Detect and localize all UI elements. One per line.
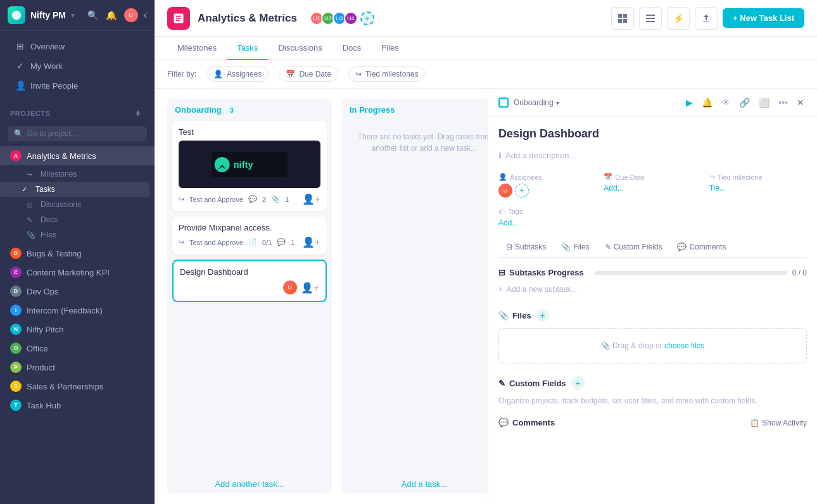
card-assign-design-dashboard[interactable]: 👤+ [301,282,319,294]
filter-bar: Filter by: 👤 Assignees 📅 Due Date ↪ Tied… [155,60,817,89]
file-drop-zone[interactable]: 📎 Drag & drop or choose files [498,328,807,363]
add-subtask-button[interactable]: + Add a new subtask... [498,282,807,296]
project-name-product: Product [27,363,55,372]
card-assign-test[interactable]: 👤+ [302,193,320,205]
filter-tied-milestones[interactable]: ↪ Tied milestones [348,66,426,82]
bell-icon[interactable]: 🔔 [104,8,118,22]
svg-rect-1 [623,14,627,18]
task-list-badge[interactable]: Onboarding ▾ [514,98,559,107]
assignees-filter-label: Assignees [227,70,262,79]
member-avatars: U1 U2 U3 U4 + [307,11,374,25]
copy-button[interactable]: ⬜ [756,95,772,110]
add-task-button-in-progress[interactable]: Add a task... [342,474,488,494]
search-icon[interactable]: 🔍 [86,8,100,22]
detail-tab-custom-fields[interactable]: ✎ Custom Fields [597,237,670,258]
lightning-button[interactable]: ⚡ [667,7,690,30]
card-assign-mixpanel[interactable]: 👤+ [302,236,320,248]
bell-button[interactable]: 🔔 [699,95,715,110]
svg-text:nifty: nifty [234,160,254,170]
tab-docs[interactable]: Docs [332,37,372,60]
add-files-button[interactable]: + [536,309,549,322]
project-item-analytics[interactable]: A Analytics & Metrics [0,146,155,165]
new-task-list-button[interactable]: + New Task List [723,8,804,28]
main-content: Analytics & Metrics U1 U2 U3 U4 + [155,0,817,504]
project-search[interactable]: 🔍 Go to project... [8,126,147,141]
svg-point-8 [215,157,230,172]
sidebar-item-tasks[interactable]: ✓ Tasks [0,182,149,197]
tied-milestone-icon: ↪ [709,173,715,181]
add-description-button[interactable]: ℹ Add a description... [498,148,807,163]
add-description-label: Add a description... [505,151,576,160]
choose-files-link[interactable]: choose files [664,341,704,350]
topbar-left: Analytics & Metrics U1 U2 U3 U4 + [167,7,374,30]
sidebar-item-files[interactable]: 📎 Files [0,227,155,243]
project-item-product[interactable]: P Product [0,358,155,377]
detail-tab-comments[interactable]: 💬 Comments [669,237,733,258]
add-assignee-button[interactable]: + [515,184,529,198]
project-item-devops[interactable]: D Dev Ops [0,282,155,301]
show-activity-button[interactable]: 📋 Show Activity [750,419,807,427]
app-caret[interactable]: ▾ [71,11,75,20]
app-logo: Nifty PM ▾ [8,6,75,24]
custom-fields-section: ✎ Custom Fields + Organize projects, tra… [498,376,807,405]
eye-button[interactable]: 👁 [719,95,733,110]
tab-discussions[interactable]: Discussions [268,37,332,60]
add-task-button-onboarding[interactable]: Add another task... [167,474,332,494]
tab-files[interactable]: Files [371,37,408,60]
tags-add-button[interactable]: Add... [498,218,518,227]
play-button[interactable]: ▶ [683,95,695,110]
project-item-task-hub[interactable]: T Task Hub [0,396,155,415]
link-button[interactable]: 🔗 [737,95,752,110]
close-detail-button[interactable]: ✕ [794,95,807,110]
sidebar-item-discussions[interactable]: ◎ Discussions [0,197,155,212]
task-meta-mixpanel: ↪ Test and Approve 📄 0/1 💬 1 [179,238,294,246]
custom-fields-tab-label: Custom Fields [614,243,662,251]
column-in-progress: In Progress There are no tasks yet. Drag… [342,99,488,494]
task-card-mixpanel[interactable]: Provide Mixpanel access. ↪ Test and Appr… [172,217,327,255]
detail-tab-subtasks[interactable]: ⊟ Subtasks [498,237,554,258]
collapse-sidebar-button[interactable]: ‹ [144,9,147,21]
task-card-test[interactable]: Test nifty ↪ [172,121,327,211]
sidebar-item-docs[interactable]: ✎ Docs [0,212,155,227]
sidebar-item-invite-people[interactable]: 👤 Invite People [5,76,149,95]
detail-header: Onboarding ▾ ▶ 🔔 👁 🔗 ⬜ ••• ✕ [488,89,817,117]
svg-rect-6 [646,21,655,22]
due-date-filter-label: Due Date [299,70,331,79]
more-options-button[interactable]: ••• [776,95,790,110]
invite-label: Invite People [30,81,78,91]
sidebar-header: Nifty PM ▾ 🔍 🔔 U ‹ [0,0,155,31]
upload-button[interactable] [695,7,718,30]
milestones-label: Milestones [41,170,77,179]
sidebar-item-my-work[interactable]: ✓ My Work [5,56,149,75]
tab-tasks[interactable]: Tasks [227,37,268,60]
assignees-filter-icon: 👤 [213,70,223,79]
list-view-button[interactable] [639,7,662,30]
due-date-add-button[interactable]: Add... [604,184,701,192]
project-item-sales[interactable]: S Sales & Partnerships [0,377,155,396]
grid-view-button[interactable] [611,7,634,30]
project-item-office[interactable]: O Office [0,339,155,358]
avatar-icon[interactable]: U [122,6,140,24]
add-project-button[interactable]: + [132,107,144,120]
project-item-bugs[interactable]: B Bugs & Testing [0,244,155,263]
files-section-icon: 📎 [498,311,509,320]
project-dot-content: C [10,267,22,278]
project-item-pitch[interactable]: N Nifty Pitch [0,320,155,339]
project-item-content[interactable]: C Content Marketing KPI [0,263,155,282]
add-member-button[interactable]: + [360,11,374,25]
task-complete-checkbox[interactable] [498,98,509,108]
sidebar-item-overview[interactable]: ⊞ Overview [5,37,149,56]
detail-tab-files[interactable]: 📎 Files [554,237,597,258]
assigned-user-avatar: U [498,184,512,198]
project-dot-bugs: B [10,248,22,259]
filter-assignees[interactable]: 👤 Assignees [206,66,269,82]
task-card-design-dashboard[interactable]: Design Dashboard U 👤+ [172,260,327,302]
project-name-task-hub: Task Hub [27,401,61,410]
tied-milestone-add-button[interactable]: Tie... [709,184,807,192]
filter-due-date[interactable]: 📅 Due Date [279,66,338,82]
add-custom-field-button[interactable]: + [571,376,585,390]
tab-milestones[interactable]: Milestones [167,37,227,60]
sidebar-item-milestones[interactable]: ↪ Milestones [0,167,155,182]
subtasks-tab-icon: ⊟ [506,243,512,251]
project-item-intercom[interactable]: I Intercom (Feedback) [0,301,155,320]
